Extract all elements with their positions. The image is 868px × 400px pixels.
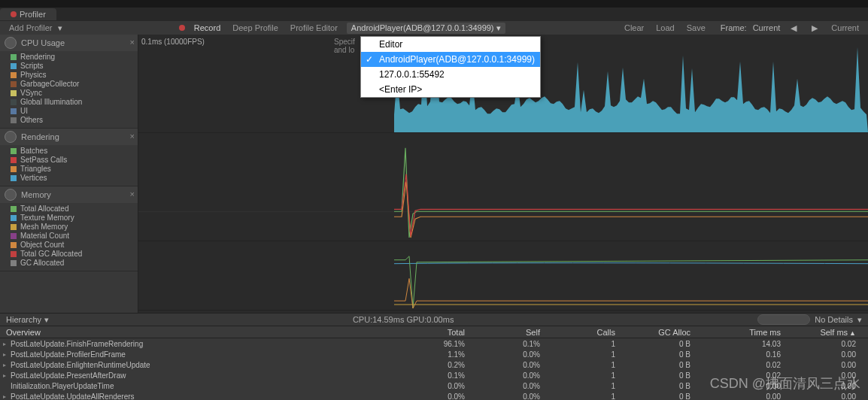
expand-icon[interactable]: ▸ [3,341,9,347]
legend-item[interactable]: Object Count [0,241,138,250]
color-swatch [11,224,17,230]
table-row[interactable]: ▸PostLateUpdate.UpdateAllRenderers0.0%0.… [0,391,868,400]
hierarchy-dropdown[interactable]: Hierarchy▾ [6,315,49,325]
expand-icon[interactable]: ▸ [3,393,9,400]
legend-label: VSync [20,89,42,98]
dropdown-item[interactable]: Editor [361,37,540,52]
legend-label: Triangles [20,165,51,174]
load-button[interactable]: Load [653,23,677,32]
legend-item[interactable]: UI [0,107,138,116]
dropdown-item[interactable]: <Enter IP> [361,82,540,97]
connection-dropdown[interactable]: AndroidPlayer(ADB@127.0.0.1:34999) ▾ [347,23,505,34]
sort-desc-icon: ▲ [849,329,856,337]
legend-item[interactable]: Texture Memory [0,214,138,223]
legend-item[interactable]: Triangles [0,165,138,174]
hierarchy-table: Overview Total Self Calls GC Alloc Time … [0,326,868,400]
cell: 0.1% [402,371,477,380]
cell: 0 B [627,382,703,390]
col-gcalloc[interactable]: GC Alloc [627,328,703,337]
cell: 0 B [627,392,703,401]
legend-item[interactable]: Scripts [0,62,138,71]
profile-editor-button[interactable]: Profile Editor [287,23,341,32]
legend-item[interactable]: SetPass Calls [0,156,138,165]
col-calls[interactable]: Calls [552,328,627,337]
expand-icon[interactable]: ▸ [3,372,9,379]
record-button[interactable]: Record [191,23,223,32]
table-row[interactable]: ▸PostLateUpdate.ProfilerEndFrame1.1%0.0%… [0,349,868,359]
legend-label: Batches [20,147,47,156]
add-profiler-dropdown[interactable]: Add Profiler [6,23,55,32]
legend-item[interactable]: Total Allocated [0,205,138,214]
next-frame-button[interactable]: ▶ [807,23,822,33]
table-row[interactable]: ▸PostLateUpdate.FinishFrameRendering96.1… [0,338,868,349]
prev-frame-button[interactable]: ◀ [786,23,801,33]
profiler-tab[interactable]: Profiler [0,8,56,20]
legend-item[interactable]: Others [0,116,138,125]
legend-label: Mesh Memory [20,223,68,232]
save-button[interactable]: Save [684,23,709,32]
table-header[interactable]: Overview Total Self Calls GC Alloc Time … [0,326,868,338]
memory-chart[interactable] [138,241,868,311]
col-overview[interactable]: Overview [0,328,402,337]
cell: 0.0% [477,361,552,369]
clear-button[interactable]: Clear [621,23,647,32]
legend-label: GC Allocated [20,259,64,268]
tab-title: Profiler [20,10,46,19]
col-self[interactable]: Self [477,328,552,337]
col-selfms[interactable]: Self ms▲ [793,328,868,337]
frame-info: CPU:14.59ms GPU:0.00ms [49,315,757,324]
table-row[interactable]: ▸PostLateUpdate.EnlightenRuntimeUpdate0.… [0,359,868,370]
cell: 0 B [627,340,703,348]
legend-item[interactable]: VSync [0,89,138,98]
legend-label: Global Illumination [20,98,82,107]
cell: 0.00 [703,382,793,390]
current-button[interactable]: Current [828,23,862,32]
color-swatch [11,175,17,181]
table-row[interactable]: Initialization.PlayerUpdateTime0.0%0.0%1… [0,380,868,391]
legend-item[interactable]: Physics [0,71,138,80]
deep-profile-button[interactable]: Deep Profile [229,23,281,32]
memory-icon [5,189,17,201]
cpu-close-icon[interactable]: × [130,38,135,47]
legend-item[interactable]: Global Illumination [0,98,138,107]
memory-close-icon[interactable]: × [130,189,135,198]
memory-module[interactable]: Memory × Total AllocatedTexture MemoryMe… [0,186,138,271]
legend-item[interactable]: Vertices [0,174,138,183]
legend-item[interactable]: Mesh Memory [0,223,138,232]
color-swatch [11,99,17,105]
search-input[interactable] [757,314,810,325]
rendering-module[interactable]: Rendering × BatchesSetPass CallsTriangle… [0,129,138,186]
profiler-tab-icon [11,11,17,17]
color-swatch [11,157,17,163]
color-swatch [11,206,17,212]
cell: 0.00 [703,392,793,401]
rendering-close-icon[interactable]: × [130,132,135,141]
dropdown-arrow-icon: ▾ [857,315,862,325]
cell: 0.00 [793,392,868,401]
cell: 0.2% [402,361,477,369]
dropdown-item[interactable]: 127.0.0.1:55492 [361,67,540,82]
expand-icon[interactable]: ▸ [3,351,9,358]
legend-item[interactable]: GarbageCollector [0,80,138,89]
sidebar: CPU Usage × RenderingScriptsPhysicsGarba… [0,35,138,313]
legend-item[interactable]: Rendering [0,53,138,62]
cpu-module[interactable]: CPU Usage × RenderingScriptsPhysicsGarba… [0,35,138,129]
cell: 0.0% [402,392,477,401]
cpu-axis-label: 0.1ms (10000FPS) [141,38,205,46]
legend-item[interactable]: Total GC Allocated [0,250,138,259]
legend-item[interactable]: GC Allocated [0,259,138,268]
cell: 14.03 [703,340,793,348]
cell: 0.02 [703,371,793,380]
col-timems[interactable]: Time ms [703,328,793,337]
legend-item[interactable]: Material Count [0,232,138,241]
legend-item[interactable]: Batches [0,147,138,156]
table-row[interactable]: ▸PostLateUpdate.PresentAfterDraw0.1%0.0%… [0,370,868,380]
col-total[interactable]: Total [402,328,477,337]
expand-icon[interactable]: ▸ [3,362,9,368]
color-swatch [11,63,17,69]
cell: 0.0% [477,392,552,401]
rendering-chart[interactable] [138,133,868,241]
legend-label: Rendering [20,53,55,62]
cell: 1 [552,340,627,348]
dropdown-item[interactable]: ✓AndroidPlayer(ADB@127.0.0.1:34999) [361,52,540,67]
